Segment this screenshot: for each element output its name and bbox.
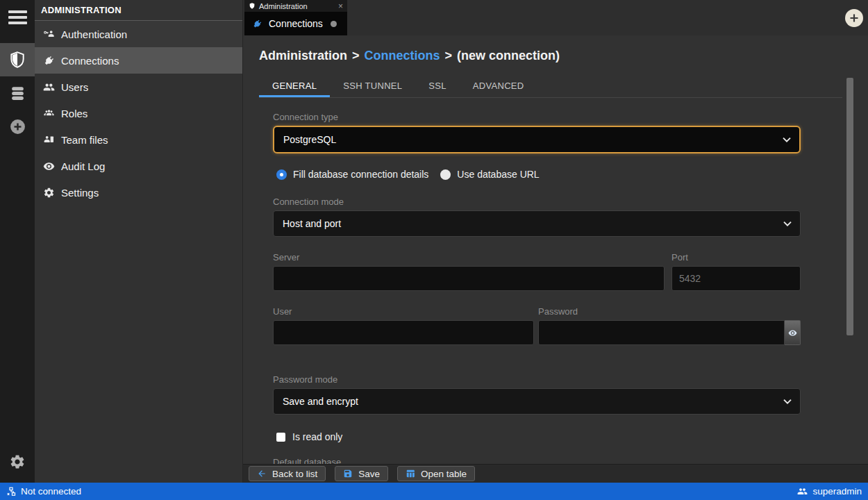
sidebar-item-label: Roles	[61, 108, 87, 119]
password-mode-value: Save and encrypt	[283, 396, 358, 407]
close-icon[interactable]: ×	[338, 2, 343, 10]
save-button[interactable]: Save	[335, 466, 388, 481]
radio-fill-details[interactable]	[276, 169, 287, 180]
chevron-down-icon	[783, 399, 792, 405]
back-arrow-icon	[257, 469, 267, 478]
tab-connections[interactable]: Connections	[244, 12, 347, 35]
tab-advanced[interactable]: ADVANCED	[460, 75, 537, 97]
server-input[interactable]	[273, 266, 665, 291]
user-input[interactable]	[273, 320, 534, 345]
tab-label: Connections	[269, 18, 323, 29]
connection-type-select[interactable]: PostgreSQL	[273, 126, 801, 153]
breadcrumb-separator: >	[352, 49, 360, 62]
main-area: Administration × Connections	[243, 0, 868, 483]
password-field-wrap	[538, 320, 801, 345]
connection-status-label: Not connected	[21, 486, 81, 497]
shield-icon	[249, 2, 256, 10]
open-table-label: Open table	[421, 469, 467, 479]
menu-icon[interactable]	[8, 10, 27, 24]
tab-group-header[interactable]: Administration ×	[244, 0, 347, 12]
connection-editor: Administration>Connections>(new connecti…	[243, 35, 868, 464]
sidebar-item-connections[interactable]: Connections	[35, 47, 242, 74]
logged-user-label: superadmin	[812, 486, 862, 497]
new-tab-button[interactable]	[845, 9, 863, 27]
connection-type-label: Connection type	[273, 112, 801, 122]
tab-ssh-tunnel[interactable]: SSH TUNNEL	[330, 75, 415, 97]
status-bar: Not connected superadmin	[0, 483, 868, 500]
breadcrumb-leaf: (new connection)	[457, 49, 560, 62]
radio-fill-details-label: Fill database connection details	[293, 169, 428, 180]
sidebar-item-roles[interactable]: Roles	[35, 100, 242, 126]
people-icon	[797, 486, 808, 497]
sidebar-item-label: Authentication	[61, 28, 127, 40]
password-label: Password	[538, 306, 801, 317]
settings-nav-button[interactable]	[0, 448, 35, 476]
password-mode-label: Password mode	[273, 374, 801, 385]
connection-mode-select[interactable]: Host and port	[273, 210, 801, 237]
read-only-checkbox[interactable]	[276, 433, 285, 442]
user-label: User	[273, 306, 534, 317]
plug-icon	[43, 55, 55, 67]
password-input[interactable]	[538, 320, 785, 345]
sidebar-item-settings[interactable]: Settings	[35, 179, 242, 206]
password-mode-select[interactable]: Save and encrypt	[273, 388, 801, 415]
sidebar-item-label: Users	[61, 81, 88, 93]
database-icon	[9, 85, 26, 102]
admin-shield-nav-button[interactable]	[0, 43, 35, 76]
sidebar-item-label: Settings	[61, 187, 99, 199]
breadcrumb-section-link[interactable]: Connections	[365, 49, 440, 62]
radio-database-url[interactable]	[440, 169, 451, 180]
add-icon	[849, 13, 859, 23]
tab-modified-dot	[331, 21, 337, 27]
server-label: Server	[273, 252, 665, 262]
sidebar-item-authentication[interactable]: Authentication	[35, 21, 242, 47]
app-icon-bar	[0, 0, 35, 483]
dbgate-admin-window: { "sidebar": { "header": "ADMINISTRATION…	[0, 0, 868, 500]
read-only-label: Is read only	[292, 431, 342, 442]
port-input[interactable]	[671, 266, 801, 291]
connection-status: Not connected	[6, 486, 81, 497]
add-connection-nav-button[interactable]	[0, 110, 35, 143]
read-only-row: Is read only	[276, 431, 801, 442]
person-file-icon	[43, 134, 55, 146]
default-database-label: Default database	[273, 457, 801, 464]
tab-strip: Administration × Connections	[243, 0, 868, 35]
show-password-button[interactable]	[785, 320, 801, 345]
sidebar-item-users[interactable]: Users	[35, 74, 242, 100]
admin-sidebar: ADMINISTRATION Authentication	[35, 0, 243, 483]
breadcrumb-root: Administration	[259, 49, 347, 62]
save-label: Save	[358, 469, 380, 479]
connection-type-value: PostgreSQL	[283, 134, 336, 145]
tab-group-administration[interactable]: Administration × Connections	[244, 0, 347, 35]
gear-icon	[43, 187, 55, 199]
disconnected-icon	[6, 487, 16, 497]
sidebar-header: ADMINISTRATION	[35, 0, 242, 21]
connection-detail-mode-radios: Fill database connection details Use dat…	[276, 169, 801, 180]
open-table-button[interactable]: Open table	[397, 466, 475, 481]
plug-icon	[252, 19, 262, 29]
users-icon	[43, 81, 55, 93]
database-nav-button[interactable]	[0, 76, 35, 110]
port-group: Port	[671, 252, 801, 291]
user-group: User	[273, 306, 534, 345]
sidebar-header-label: ADMINISTRATION	[41, 5, 122, 15]
eye-icon	[43, 160, 55, 172]
tab-general[interactable]: GENERAL	[259, 75, 330, 97]
sidebar-item-audit-log[interactable]: Audit Log	[35, 153, 242, 179]
tab-ssl[interactable]: SSL	[415, 75, 459, 97]
user-password-row: User Password	[273, 306, 801, 345]
breadcrumb: Administration>Connections>(new connecti…	[243, 35, 868, 63]
chevron-down-icon	[783, 222, 792, 227]
logged-user: superadmin	[797, 486, 862, 497]
connection-form: Connection type PostgreSQL Fill database…	[273, 112, 801, 464]
sidebar-item-team-files[interactable]: Team files	[35, 126, 242, 153]
back-to-list-button[interactable]: Back to list	[249, 466, 326, 481]
server-port-row: Server Port	[273, 252, 801, 291]
table-icon	[406, 469, 415, 478]
sidebar-item-label: Audit Log	[61, 160, 105, 172]
user-key-icon	[43, 28, 55, 40]
sidebar-item-label: Team files	[61, 134, 108, 146]
vertical-scrollbar-thumb[interactable]	[846, 78, 853, 335]
roles-icon	[43, 108, 55, 119]
connection-type-group: Connection type PostgreSQL	[273, 112, 801, 153]
